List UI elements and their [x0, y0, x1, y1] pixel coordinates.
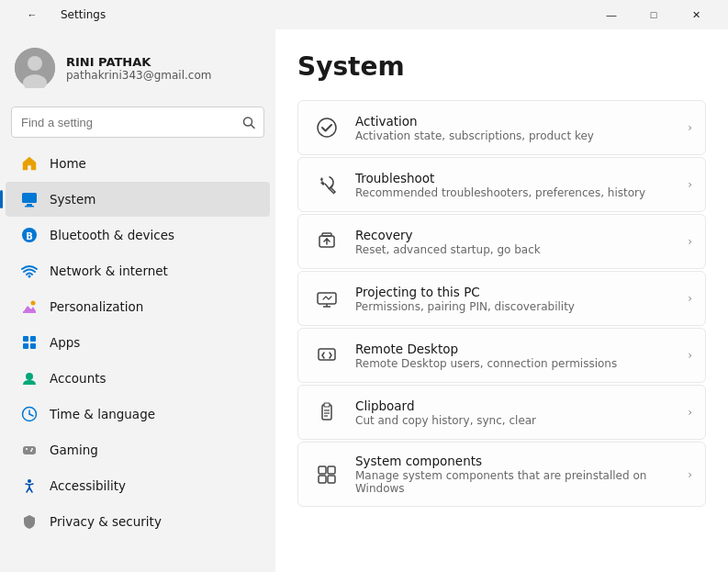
settings-item-clipboard[interactable]: Clipboard Cut and copy history, sync, cl…: [297, 385, 706, 440]
settings-item-troubleshoot[interactable]: Troubleshoot Recommended troubleshooters…: [297, 157, 706, 212]
svg-rect-20: [23, 446, 36, 454]
titlebar-title: Settings: [61, 8, 106, 21]
projecting-desc: Permissions, pairing PIN, discoverabilit…: [355, 300, 675, 313]
close-button[interactable]: ✕: [675, 0, 717, 29]
settings-item-activation[interactable]: Activation Activation state, subscriptio…: [297, 100, 706, 155]
sidebar-item-label: Personalization: [50, 299, 143, 314]
sidebar-item-label: System: [50, 192, 95, 207]
sidebar-item-time[interactable]: Time & language: [6, 397, 270, 432]
troubleshoot-title: Troubleshoot: [355, 171, 675, 185]
svg-line-4: [252, 125, 255, 129]
remote-desktop-chevron: ›: [688, 349, 692, 362]
sidebar-item-personalization[interactable]: Personalization: [6, 289, 270, 324]
svg-point-11: [31, 301, 36, 306]
projecting-chevron: ›: [688, 292, 692, 305]
nav-list: Home System B: [0, 145, 275, 540]
system-icon: [20, 190, 39, 208]
projecting-title: Projecting to this PC: [355, 285, 675, 299]
app-body: RINI PATHAK pathakrini343@gmail.com: [0, 29, 728, 572]
svg-rect-40: [319, 466, 326, 474]
svg-line-27: [325, 184, 330, 189]
personalization-icon: [20, 297, 39, 316]
svg-rect-6: [27, 204, 32, 206]
sidebar-item-accessibility[interactable]: Accessibility: [6, 468, 270, 503]
svg-rect-34: [319, 349, 335, 360]
sidebar-item-label: Time & language: [50, 407, 155, 421]
sidebar-item-apps[interactable]: Apps: [6, 325, 270, 360]
svg-rect-43: [328, 476, 335, 483]
sidebar-item-accounts[interactable]: Accounts: [6, 361, 270, 396]
back-button[interactable]: ←: [11, 0, 53, 29]
network-icon: [20, 262, 39, 280]
sidebar-item-bluetooth[interactable]: B Bluetooth & devices: [6, 218, 270, 252]
home-icon: [20, 154, 39, 173]
recovery-chevron: ›: [688, 235, 692, 248]
svg-rect-36: [324, 403, 330, 407]
svg-rect-14: [23, 343, 28, 349]
settings-item-projecting[interactable]: Projecting to this PC Permissions, pairi…: [297, 271, 706, 326]
svg-rect-5: [22, 193, 37, 203]
svg-rect-15: [30, 343, 36, 349]
search-input[interactable]: [11, 107, 264, 138]
privacy-icon: [20, 512, 39, 531]
activation-text: Activation Activation state, subscriptio…: [355, 114, 675, 142]
remote-desktop-title: Remote Desktop: [355, 342, 675, 356]
settings-item-remote-desktop[interactable]: Remote Desktop Remote Desktop users, con…: [297, 328, 706, 383]
clipboard-text: Clipboard Cut and copy history, sync, cl…: [355, 398, 675, 427]
svg-point-10: [28, 275, 31, 278]
clipboard-desc: Cut and copy history, sync, clear: [355, 414, 675, 427]
activation-chevron: ›: [688, 121, 692, 134]
system-components-desc: Manage system components that are preins…: [355, 469, 675, 495]
apps-icon: [20, 333, 39, 352]
accounts-icon: [20, 369, 39, 387]
sidebar-item-label: Privacy & security: [50, 514, 162, 529]
system-components-icon: [311, 459, 342, 490]
sidebar-item-label: Network & internet: [50, 264, 168, 278]
sidebar-item-label: Bluetooth & devices: [50, 228, 174, 242]
recovery-title: Recovery: [355, 228, 675, 242]
settings-item-system-components[interactable]: System components Manage system componen…: [297, 442, 706, 507]
titlebar-controls: — □ ✕: [590, 0, 717, 29]
settings-item-recovery[interactable]: Recovery Reset, advanced startup, go bac…: [297, 214, 706, 269]
search-icon: [242, 117, 255, 132]
clipboard-icon: [311, 397, 342, 428]
remote-desktop-text: Remote Desktop Remote Desktop users, con…: [355, 342, 675, 370]
svg-point-16: [26, 373, 33, 380]
sidebar: RINI PATHAK pathakrini343@gmail.com: [0, 29, 275, 572]
activation-desc: Activation state, subscriptions, product…: [355, 129, 675, 142]
activation-title: Activation: [355, 114, 675, 129]
troubleshoot-text: Troubleshoot Recommended troubleshooters…: [355, 171, 675, 199]
settings-list: Activation Activation state, subscriptio…: [297, 100, 706, 507]
svg-point-1: [28, 56, 42, 71]
svg-point-24: [30, 450, 32, 452]
user-info: RINI PATHAK pathakrini343@gmail.com: [66, 55, 211, 82]
minimize-button[interactable]: —: [590, 0, 633, 29]
svg-rect-13: [30, 336, 36, 342]
sidebar-item-label: Accessibility: [50, 478, 126, 493]
user-profile[interactable]: RINI PATHAK pathakrini343@gmail.com: [0, 29, 275, 103]
sidebar-item-system[interactable]: System: [6, 182, 270, 217]
system-components-title: System components: [355, 454, 675, 468]
sidebar-item-label: Home: [50, 156, 86, 171]
time-icon: [20, 405, 39, 423]
sidebar-item-gaming[interactable]: Gaming: [6, 432, 270, 467]
sidebar-item-label: Gaming: [50, 443, 98, 457]
troubleshoot-icon: [311, 169, 342, 200]
page-title: System: [297, 51, 706, 82]
avatar: [15, 48, 55, 88]
remote-desktop-icon: [311, 340, 342, 371]
sidebar-item-privacy[interactable]: Privacy & security: [6, 504, 270, 539]
activation-icon: [311, 112, 342, 143]
user-email: pathakrini343@gmail.com: [66, 69, 211, 82]
sidebar-item-home[interactable]: Home: [6, 146, 270, 181]
sidebar-item-label: Accounts: [50, 371, 106, 386]
svg-rect-7: [25, 206, 34, 207]
search-container: [0, 103, 275, 145]
sidebar-item-network[interactable]: Network & internet: [6, 253, 270, 288]
main-content: System Activation Activation state, subs…: [275, 29, 728, 572]
svg-rect-29: [322, 233, 331, 236]
titlebar-left: ← Settings: [11, 0, 106, 29]
remote-desktop-desc: Remote Desktop users, connection permiss…: [355, 357, 675, 370]
maximize-button[interactable]: □: [633, 0, 675, 29]
svg-rect-31: [318, 293, 336, 304]
